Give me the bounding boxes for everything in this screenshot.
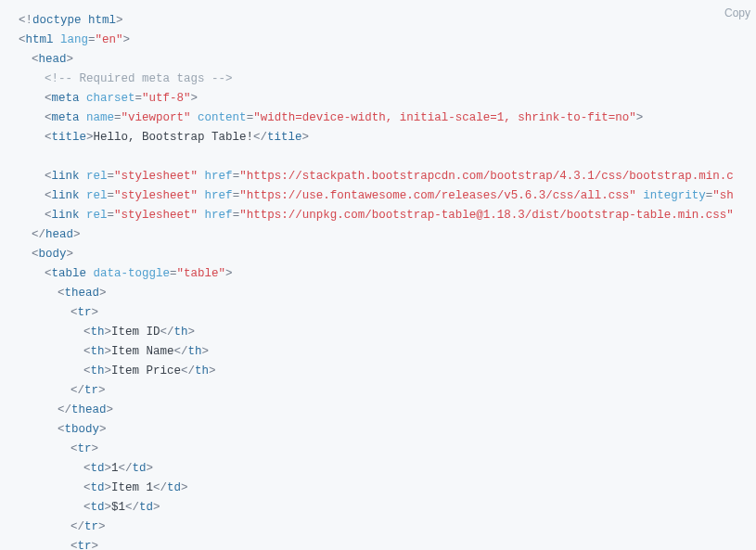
code-line: <link rel="stylesheet" href="https://use…	[19, 186, 737, 206]
code-token: =	[247, 111, 254, 124]
code-token: =	[108, 170, 115, 183]
code-token: tr	[78, 442, 92, 455]
code-line: <!-- Required meta tags -->	[19, 70, 737, 89]
code-token: th	[91, 326, 105, 339]
code-token: td	[91, 462, 105, 475]
code-token: <	[83, 462, 91, 475]
code-token: <	[32, 248, 39, 261]
code-token: <	[45, 92, 52, 105]
copy-button[interactable]: Copy	[724, 4, 750, 23]
code-token: <	[45, 209, 52, 222]
code-token: th	[188, 345, 202, 358]
code-token: >	[99, 423, 107, 436]
code-token	[54, 33, 61, 46]
code-token: $1	[111, 501, 125, 514]
code-token: >	[67, 53, 74, 66]
code-token: "https://use.fontawesome.com/releases/v5…	[239, 189, 636, 202]
code-token: <	[45, 189, 52, 202]
code-token: >	[73, 228, 81, 241]
code-token: html	[26, 33, 54, 46]
code-token	[19, 150, 26, 163]
code-token: =	[170, 267, 177, 280]
code-line: <td>$1</td>	[19, 498, 737, 518]
code-token: "https://stackpath.bootstrapcdn.com/boot…	[239, 170, 734, 183]
code-token: table	[52, 267, 87, 280]
code-token: >	[92, 442, 99, 455]
code-token: >	[105, 501, 112, 514]
code-token: Hello, Bootstrap Table!	[94, 131, 254, 144]
code-token: </	[70, 384, 84, 397]
code-token: href	[205, 189, 233, 202]
code-token: >	[202, 345, 210, 358]
code-token: tr	[78, 306, 92, 319]
code-token	[80, 111, 87, 124]
code-token: 1	[111, 462, 119, 475]
code-line: <th>Item Name</th>	[19, 342, 737, 362]
code-token: </	[181, 365, 195, 377]
code-token: charset	[86, 92, 135, 105]
code-token: <	[45, 111, 52, 124]
code-line: </tr>	[19, 381, 737, 401]
code-token: </	[70, 520, 84, 533]
code-token: content	[198, 111, 247, 124]
code-token: "https://unpkg.com/bootstrap-table@1.18.…	[239, 209, 734, 222]
code-token: </	[119, 462, 133, 475]
code-token: >	[105, 326, 112, 339]
code-token: rel	[86, 170, 108, 183]
code-token: "width=device-width, initial-scale=1, sh…	[253, 111, 636, 124]
code-token: meta	[52, 92, 80, 105]
code-token: td	[91, 501, 105, 514]
code-line: <thead>	[19, 284, 737, 303]
code-token: td	[91, 481, 105, 494]
code-line: </thead>	[19, 401, 737, 420]
code-token: </	[153, 481, 167, 494]
code-line: <table data-toggle="table">	[19, 264, 737, 284]
code-token: >	[105, 365, 112, 377]
code-token: <	[45, 170, 52, 183]
code-line: <html lang="en">	[19, 31, 737, 50]
code-token: =	[114, 111, 122, 124]
code-token: <	[45, 131, 52, 144]
code-token: Item ID	[111, 326, 160, 339]
code-token: </	[174, 345, 188, 358]
code-token: th	[91, 365, 105, 377]
code-line: <td>Item 1</td>	[19, 479, 737, 498]
code-line: </tr>	[19, 518, 737, 537]
code-token: th	[195, 365, 209, 377]
code-token	[198, 189, 205, 202]
code-token: <	[83, 345, 91, 358]
code-line: <meta name="viewport" content="width=dev…	[19, 109, 737, 128]
code-token: "stylesheet"	[114, 189, 198, 202]
code-token: head	[45, 228, 73, 241]
code-token: >	[153, 501, 160, 514]
code-token: href	[205, 209, 233, 222]
code-token: doctype html	[32, 14, 116, 27]
code-token: Item 1	[111, 481, 153, 494]
code-line: <tbody>	[19, 420, 737, 440]
code-token: </	[58, 403, 71, 416]
code-token: <	[58, 423, 65, 436]
code-token: "viewport"	[122, 111, 191, 124]
code-token: =	[233, 170, 240, 183]
code-token	[80, 170, 87, 183]
code-token	[86, 267, 94, 280]
code-token: =	[88, 33, 96, 46]
code-token: </	[160, 326, 174, 339]
code-token: >	[98, 520, 106, 533]
code-line: <head>	[19, 50, 737, 70]
code-token: td	[167, 481, 181, 494]
code-line: <body>	[19, 245, 737, 264]
code-line: </head>	[19, 225, 737, 245]
code-line: <meta charset="utf-8">	[19, 89, 737, 109]
code-token: >	[86, 131, 94, 144]
code-token: "en"	[96, 33, 123, 46]
code-token: >	[105, 462, 112, 475]
code-token: >	[209, 365, 216, 377]
code-token: title	[52, 131, 87, 144]
code-token: </	[125, 501, 139, 514]
code-token: "stylesheet"	[114, 170, 198, 183]
code-line: <link rel="stylesheet" href="https://unp…	[19, 206, 737, 225]
code-token: <	[70, 306, 78, 319]
code-token: rel	[86, 189, 108, 202]
code-token: name	[86, 111, 114, 124]
